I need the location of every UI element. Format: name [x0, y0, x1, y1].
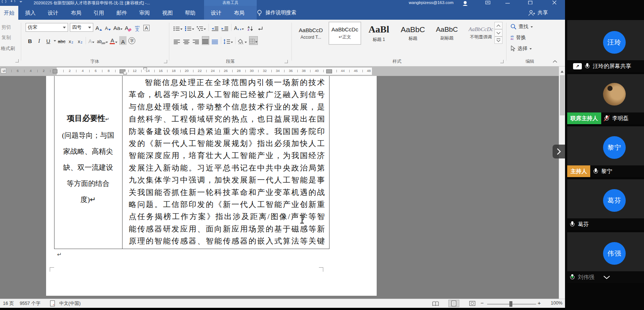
zoom-in-button[interactable]: +	[538, 300, 541, 306]
style-chip-3[interactable]: AaBl标题 1	[363, 22, 395, 45]
tab-7[interactable]: 视图	[159, 6, 176, 20]
close-button[interactable]	[546, 0, 563, 6]
font-dialog-launcher[interactable]	[164, 60, 167, 63]
grow-font-button[interactable]: A	[95, 23, 102, 32]
maximize-button[interactable]	[522, 0, 538, 6]
bold-button[interactable]: B	[26, 36, 34, 45]
style-chip-5[interactable]: AaBbC副标题	[431, 22, 463, 45]
cut-button[interactable]: 剪切	[1, 24, 11, 31]
read-mode-button[interactable]	[430, 300, 441, 307]
participant-tile[interactable]: 汪玲汪玲的屏幕共享	[567, 20, 644, 72]
underline-button[interactable]: U	[45, 36, 52, 45]
underline-dropdown[interactable]	[54, 40, 56, 43]
shading-button[interactable]	[238, 36, 247, 45]
character-shading-button[interactable]: A	[119, 36, 127, 45]
change-case-button[interactable]: Aa	[113, 23, 123, 32]
clear-formatting-button[interactable]: A	[124, 23, 132, 32]
language-indicator[interactable]: 中文(中国)	[59, 301, 80, 307]
zoom-level[interactable]: 100%	[545, 301, 562, 306]
style-chip-1[interactable]: AaBbCcDAccord T...	[295, 22, 327, 45]
shrink-font-button[interactable]: A	[104, 23, 112, 32]
superscript-button[interactable]: x2	[76, 36, 84, 45]
character-border-button[interactable]: A	[143, 23, 150, 32]
style-chip-2[interactable]: AaBbCcDc↵正文	[329, 22, 361, 45]
align-left-button[interactable]	[173, 36, 181, 45]
minimize-button[interactable]	[500, 0, 516, 6]
vertical-scrollbar[interactable]	[559, 66, 565, 299]
proofing-status-icon[interactable]: ×	[50, 301, 55, 306]
styles-dialog-launcher[interactable]	[500, 60, 504, 63]
tab-1[interactable]: 插入	[22, 6, 38, 20]
print-layout-button[interactable]	[448, 300, 459, 307]
participant-tile[interactable]: 伟强刘伟强	[567, 232, 644, 283]
font-size-select[interactable]: 四号	[70, 23, 93, 32]
scroll-up-arrow[interactable]	[561, 69, 564, 73]
style-scroll-up-button[interactable]	[494, 22, 502, 29]
tab-5[interactable]: 邮件	[114, 6, 130, 20]
style-scroll-down-button[interactable]	[494, 29, 502, 37]
qat-dropdown-icon[interactable]	[19, 0, 23, 3]
horizontal-ruler[interactable]: L 86422468121416182022242628303234363840…	[0, 66, 559, 76]
show-marks-button[interactable]	[256, 23, 264, 32]
format-painter-button[interactable]: 格式刷	[1, 45, 15, 52]
tab-3[interactable]: 布局	[68, 6, 84, 20]
document-page[interactable]: 项目必要性↵ (问题导向；与国家战略、高精尖缺、双一流建设等方面的结合度)↵ 智…	[46, 76, 377, 296]
decrease-indent-button[interactable]	[211, 23, 219, 32]
borders-button[interactable]	[249, 36, 258, 45]
subscript-button[interactable]: x2	[67, 36, 75, 45]
increase-indent-button[interactable]	[221, 23, 229, 32]
style-chip-6[interactable]: AaBbCcDc不明显强调	[465, 22, 497, 45]
italic-button[interactable]: I	[35, 36, 43, 45]
sort-button[interactable]: AZ	[246, 23, 254, 32]
tab-2[interactable]: 设计	[45, 6, 61, 20]
line-spacing-button[interactable]	[223, 36, 233, 45]
enclose-characters-button[interactable]: 字	[128, 37, 135, 44]
font-name-select[interactable]: 仿宋	[26, 23, 68, 32]
tab-4[interactable]: 引用	[91, 6, 107, 20]
tab-6[interactable]: 审阅	[136, 6, 152, 20]
select-button[interactable]: 选择	[511, 45, 532, 52]
word-count[interactable]: 9557 个字	[20, 301, 40, 307]
bullets-button[interactable]	[173, 23, 182, 32]
save-icon[interactable]	[1, 0, 7, 3]
scrollbar-thumb[interactable]	[560, 75, 565, 115]
phonetic-guide-button[interactable]: wén文	[133, 23, 141, 32]
numbering-button[interactable]	[185, 23, 194, 32]
tab-8[interactable]: 帮助	[182, 6, 198, 20]
text-effects-button[interactable]: A	[88, 36, 95, 45]
paragraph-dialog-launcher[interactable]	[285, 60, 288, 63]
strikethrough-button[interactable]: abc	[58, 36, 65, 45]
sidebar-collapse-button[interactable]	[553, 145, 565, 158]
align-center-button[interactable]	[183, 36, 190, 45]
table-column-marker[interactable]	[53, 69, 57, 73]
context-tab-1[interactable]: 设计	[208, 6, 224, 20]
chevron-down-icon[interactable]	[603, 274, 610, 280]
copy-button[interactable]: 复制	[1, 34, 11, 41]
replace-button[interactable]: abac 替换	[511, 34, 526, 41]
find-button[interactable]: 查找	[511, 23, 533, 30]
zoom-slider-handle[interactable]	[509, 301, 512, 307]
clipboard-dialog-launcher[interactable]	[15, 59, 19, 62]
distribute-button[interactable]	[211, 36, 219, 45]
context-tab-2[interactable]: 布局	[231, 6, 247, 20]
participant-tile[interactable]: 葛芬葛芬	[567, 179, 644, 230]
participant-tile[interactable]: 联席主持人李明磊	[567, 74, 644, 124]
collapse-ribbon-button[interactable]	[550, 58, 560, 65]
style-chip-4[interactable]: AaBbC标题	[397, 22, 429, 45]
zoom-out-button[interactable]: −	[481, 300, 484, 306]
web-layout-button[interactable]	[467, 300, 478, 307]
share-button[interactable]: 共享	[528, 6, 548, 20]
undo-icon[interactable]	[10, 0, 15, 3]
multilevel-list-button[interactable]	[197, 23, 206, 32]
table-column-marker[interactable]	[326, 69, 332, 73]
highlight-color-button[interactable]: ab	[97, 36, 108, 45]
justify-button[interactable]	[202, 36, 209, 45]
ribbon-display-options-button[interactable]	[483, 0, 493, 6]
account-avatar-icon[interactable]	[459, 0, 471, 6]
page-indicator[interactable]: 16 页	[3, 301, 14, 307]
asian-layout-button[interactable]: A	[234, 23, 244, 32]
font-color-button[interactable]: A	[110, 36, 117, 45]
tab-home[interactable]: 开始	[0, 6, 18, 20]
tell-me-search[interactable]: 操作说明搜索	[257, 6, 296, 20]
style-gallery-more-button[interactable]	[494, 37, 502, 44]
